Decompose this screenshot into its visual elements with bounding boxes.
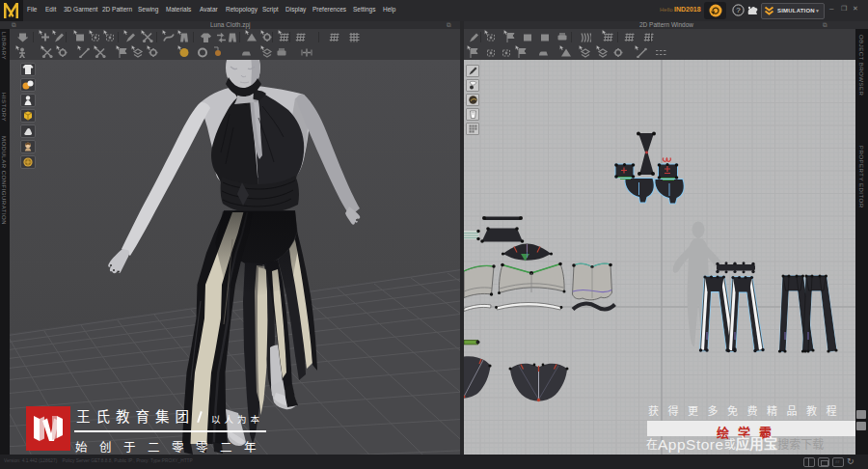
svg-text:?: ?	[736, 6, 741, 14]
